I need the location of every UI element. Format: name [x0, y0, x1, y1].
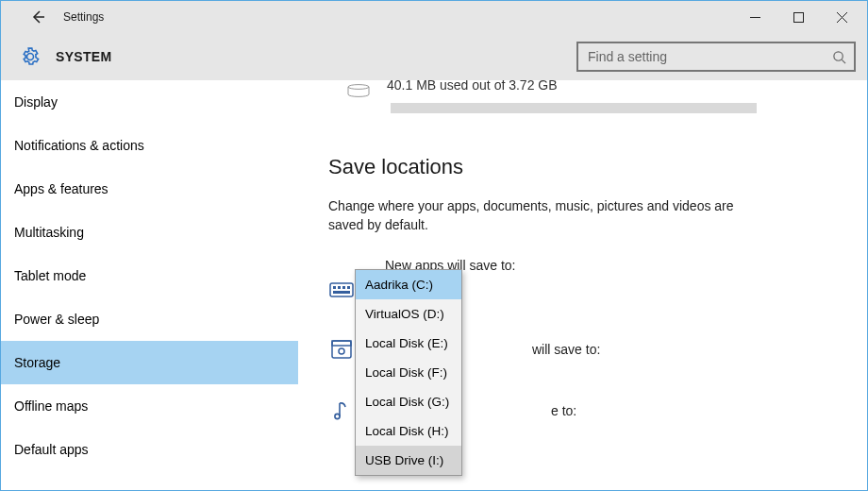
storage-usage-text: 40.1 MB used out of 3.72 GB: [387, 80, 558, 93]
close-button[interactable]: [820, 1, 863, 33]
sidebar-item-display[interactable]: Display: [1, 80, 298, 124]
svg-rect-3: [330, 283, 353, 296]
dropdown-option[interactable]: Local Disk (F:): [356, 358, 461, 387]
dropdown-option[interactable]: Local Disk (G:): [356, 387, 461, 416]
svg-rect-7: [347, 286, 350, 289]
settings-gear-icon: [18, 44, 42, 69]
sidebar-item-tablet-mode[interactable]: Tablet mode: [1, 254, 298, 297]
svg-rect-8: [333, 291, 350, 294]
dropdown-option[interactable]: Local Disk (E:): [356, 329, 461, 358]
sidebar-item-apps-features[interactable]: Apps & features: [1, 167, 298, 211]
search-icon: [832, 50, 846, 64]
save-row-documents-label-fragment: will save to:: [532, 342, 600, 357]
sidebar: Display Notifications & actions Apps & f…: [1, 80, 298, 490]
sidebar-item-multitasking[interactable]: Multitasking: [1, 211, 298, 254]
maximize-button[interactable]: [776, 1, 820, 33]
svg-rect-0: [793, 12, 803, 22]
close-icon: [837, 12, 847, 23]
dropdown-option[interactable]: USB Drive (I:): [356, 446, 461, 475]
category-heading: SYSTEM: [42, 49, 111, 64]
title-bar: Settings: [1, 1, 867, 33]
search-input[interactable]: [588, 49, 832, 64]
dropdown-option[interactable]: Local Disk (H:): [356, 416, 461, 446]
search-box[interactable]: [576, 42, 856, 72]
main-area: Display Notifications & actions Apps & f…: [1, 80, 867, 490]
dropdown-option[interactable]: Aadrika (C:): [356, 270, 461, 299]
sidebar-item-power-sleep[interactable]: Power & sleep: [1, 297, 298, 341]
minimize-icon: [750, 12, 760, 23]
svg-point-2: [348, 85, 369, 90]
apps-icon: [328, 280, 355, 299]
content-pane: 40.1 MB used out of 3.72 GB Save locatio…: [298, 80, 867, 490]
section-description: Change where your apps, documents, music…: [328, 196, 772, 235]
svg-rect-4: [333, 286, 336, 289]
minimize-button[interactable]: [733, 1, 776, 33]
svg-point-12: [335, 414, 340, 418]
svg-point-11: [339, 348, 344, 354]
window-title: Settings: [54, 10, 104, 24]
sidebar-item-default-apps[interactable]: Default apps: [1, 428, 298, 471]
svg-rect-6: [342, 286, 345, 289]
svg-rect-9: [332, 341, 351, 358]
svg-rect-5: [338, 286, 341, 289]
documents-icon: [328, 339, 355, 360]
storage-usage-row: 40.1 MB used out of 3.72 GB: [328, 80, 867, 101]
back-button[interactable]: [22, 1, 54, 33]
svg-rect-10: [332, 341, 351, 346]
save-row-music-label-fragment: e to:: [551, 403, 576, 418]
back-arrow-icon: [29, 8, 46, 25]
sidebar-item-storage[interactable]: Storage: [1, 341, 298, 384]
dropdown-option[interactable]: VirtualOS (D:): [356, 299, 461, 329]
sidebar-item-notifications[interactable]: Notifications & actions: [1, 124, 298, 167]
section-title: Save locations: [328, 155, 867, 179]
save-location-dropdown[interactable]: Aadrika (C:) VirtualOS (D:) Local Disk (…: [355, 269, 462, 476]
disk-icon: [347, 84, 370, 97]
maximize-icon: [793, 12, 804, 23]
storage-usage-bar: [391, 103, 757, 113]
svg-point-1: [834, 51, 843, 59]
sidebar-item-offline-maps[interactable]: Offline maps: [1, 384, 298, 428]
header-row: SYSTEM: [1, 33, 867, 80]
music-icon: [328, 399, 355, 422]
